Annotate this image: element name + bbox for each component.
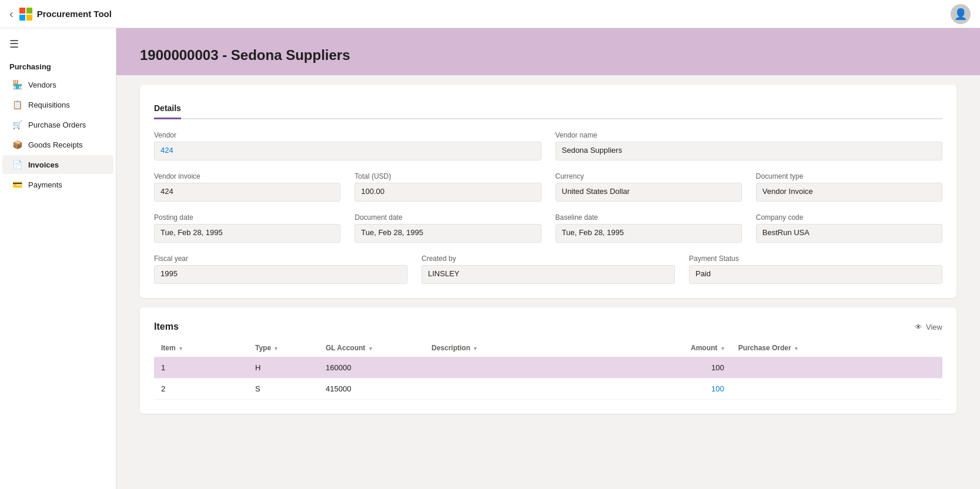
page-header: 1900000003 - Sedona Suppliers (116, 28, 980, 75)
fiscal-year-label: Fiscal year (154, 254, 407, 263)
currency-value: United States Dollar (556, 183, 742, 202)
vendor-field: Vendor 424 (154, 131, 541, 160)
col-header-purchase-order[interactable]: Purchase Order ▾ (731, 339, 942, 357)
col-header-description[interactable]: Description ▾ (424, 339, 595, 357)
payment-status-value: Paid (689, 265, 942, 284)
posting-date-value: Tue, Feb 28, 1995 (154, 224, 340, 243)
invoices-icon: 📄 (12, 160, 22, 169)
topbar: ‹ Procurement Tool 👤 (0, 0, 980, 28)
type-cell: S (248, 379, 319, 400)
page-title: 1900000003 - Sedona Suppliers (140, 47, 956, 63)
items-card: Items 👁 View Item ▾ Type ▾ (140, 307, 956, 414)
gl-sort-icon: ▾ (369, 346, 372, 351)
sidebar-label-vendors: Vendors (28, 81, 56, 89)
sidebar: ☰ Purchasing 🏪 Vendors 📋 Requisitions 🛒 … (0, 28, 116, 489)
purchase-orders-icon: 🛒 (12, 120, 22, 129)
table-header: Item ▾ Type ▾ GL Account ▾ Description (154, 339, 942, 357)
item-cell: 2 (154, 379, 248, 400)
vendor-invoice-value: 424 (154, 183, 340, 202)
type-sort-icon: ▾ (275, 346, 277, 351)
baseline-date-value: Tue, Feb 28, 1995 (556, 224, 742, 243)
fiscal-year-field: Fiscal year 1995 (154, 254, 407, 284)
sidebar-item-purchase-orders[interactable]: 🛒 Purchase Orders (2, 115, 113, 134)
sidebar-item-payments[interactable]: 💳 Payments (2, 175, 113, 194)
created-by-value: LINSLEY (422, 265, 675, 284)
hamburger-button[interactable]: ☰ (0, 33, 116, 58)
payment-status-label: Payment Status (689, 254, 942, 263)
document-type-label: Document type (756, 172, 942, 180)
main-layout: ☰ Purchasing 🏪 Vendors 📋 Requisitions 🛒 … (0, 28, 980, 489)
table-row[interactable]: 2S415000100 (154, 379, 942, 400)
back-button[interactable]: ‹ (9, 7, 14, 21)
vendors-icon: 🏪 (12, 80, 22, 89)
items-header: Items 👁 View (154, 321, 942, 332)
col-header-gl[interactable]: GL Account ▾ (319, 339, 424, 357)
table-row[interactable]: 1H160000100 (154, 357, 942, 379)
document-type-value: Vendor Invoice (756, 183, 942, 202)
amount-sort-icon: ▾ (721, 346, 724, 351)
svg-rect-0 (19, 8, 25, 14)
vendor-name-value: Sedona Suppliers (556, 142, 943, 160)
sidebar-label-goods-receipts: Goods Receipts (28, 140, 83, 149)
po-cell (731, 379, 942, 400)
sidebar-item-invoices[interactable]: 📄 Invoices (2, 155, 113, 174)
form-row-3: Posting date Tue, Feb 28, 1995 Document … (154, 213, 942, 243)
document-date-label: Document date (354, 213, 541, 222)
company-code-label: Company code (756, 213, 942, 222)
company-code-value: BestRun USA (756, 224, 942, 243)
amount-cell: 100 (595, 357, 731, 379)
goods-receipts-icon: 📦 (12, 140, 22, 149)
fiscal-year-value: 1995 (154, 265, 407, 284)
view-button[interactable]: 👁 View (915, 323, 942, 331)
tab-row: Details (154, 99, 942, 119)
sidebar-label-purchase-orders: Purchase Orders (28, 120, 86, 129)
currency-field: Currency United States Dollar (556, 172, 742, 202)
desc-cell (424, 379, 595, 400)
payment-status-field: Payment Status Paid (689, 254, 942, 284)
col-header-item[interactable]: Item ▾ (154, 339, 248, 357)
items-title: Items (154, 321, 179, 332)
eye-icon: 👁 (915, 323, 922, 331)
item-sort-icon: ▾ (179, 346, 182, 351)
total-label: Total (USD) (354, 172, 541, 180)
type-cell: H (248, 357, 319, 379)
content-area: 1900000003 - Sedona Suppliers Details Ve… (116, 28, 980, 489)
sidebar-section-label: Purchasing (0, 58, 116, 75)
created-by-label: Created by (422, 254, 675, 263)
currency-label: Currency (556, 172, 742, 180)
sidebar-label-payments: Payments (28, 180, 62, 189)
document-type-field: Document type Vendor Invoice (756, 172, 942, 202)
po-cell (731, 357, 942, 379)
vendor-name-field: Vendor name Sedona Suppliers (556, 131, 943, 160)
items-table: Item ▾ Type ▾ GL Account ▾ Description (154, 339, 942, 400)
sidebar-label-invoices: Invoices (28, 160, 59, 169)
item-cell: 1 (154, 357, 248, 379)
sidebar-label-requisitions: Requisitions (28, 101, 70, 109)
col-header-type[interactable]: Type ▾ (248, 339, 319, 357)
baseline-date-field: Baseline date Tue, Feb 28, 1995 (556, 213, 742, 243)
col-header-amount[interactable]: Amount ▾ (595, 339, 731, 357)
baseline-date-label: Baseline date (556, 213, 742, 222)
tab-details[interactable]: Details (154, 99, 181, 119)
sidebar-item-goods-receipts[interactable]: 📦 Goods Receipts (2, 135, 113, 154)
desc-sort-icon: ▾ (474, 346, 477, 351)
total-field: Total (USD) 100.00 (354, 172, 541, 202)
total-value: 100.00 (354, 183, 541, 202)
avatar[interactable]: 👤 (951, 4, 971, 24)
vendor-value[interactable]: 424 (154, 142, 541, 160)
svg-rect-3 (26, 15, 32, 21)
sidebar-item-requisitions[interactable]: 📋 Requisitions (2, 95, 113, 114)
posting-date-field: Posting date Tue, Feb 28, 1995 (154, 213, 340, 243)
form-row-1: Vendor 424 Vendor name Sedona Suppliers (154, 131, 942, 160)
svg-rect-1 (26, 8, 32, 14)
vendor-invoice-field: Vendor invoice 424 (154, 172, 340, 202)
payments-icon: 💳 (12, 180, 22, 189)
vendor-invoice-label: Vendor invoice (154, 172, 340, 180)
details-card: Details Vendor 424 Vendor name Sedona Su… (140, 85, 956, 298)
document-date-value: Tue, Feb 28, 1995 (354, 224, 541, 243)
microsoft-logo (19, 8, 32, 21)
created-by-field: Created by LINSLEY (422, 254, 675, 284)
sidebar-item-vendors[interactable]: 🏪 Vendors (2, 75, 113, 94)
posting-date-label: Posting date (154, 213, 340, 222)
form-row-4: Fiscal year 1995 Created by LINSLEY Paym… (154, 254, 942, 284)
